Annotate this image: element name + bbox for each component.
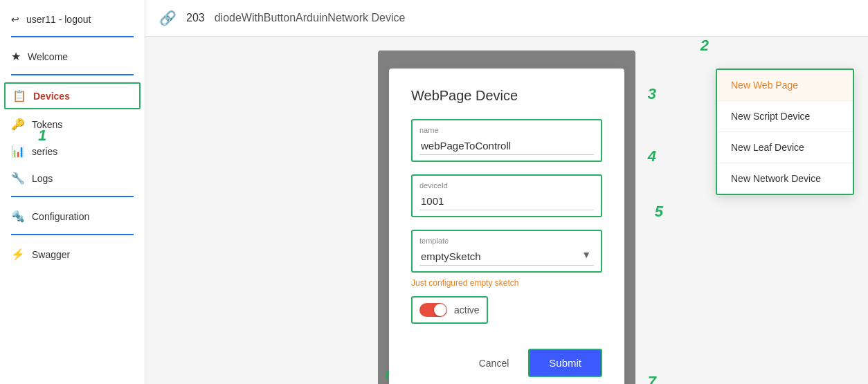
template-label: template: [419, 237, 594, 245]
form-title: WebPage Device: [411, 88, 602, 104]
link-icon: 🔗: [159, 10, 177, 26]
sidebar-item-label: Tokens: [32, 119, 62, 130]
main-content: 🔗 203 diodeWithButtonArduinNetwork Devic…: [145, 0, 868, 384]
sidebar-divider-2: [11, 74, 134, 75]
device-id: 203: [186, 12, 205, 24]
dropdown-item-new-web-page[interactable]: New Web Page: [717, 70, 853, 101]
dropdown-item-new-script-device[interactable]: New Script Device: [717, 101, 853, 132]
sidebar-divider-3: [11, 196, 134, 197]
annotation-7: 7: [648, 373, 656, 384]
logs-icon: 🔧: [11, 172, 25, 185]
sidebar: ↩ user11 - logout ★ Welcome 📋 Devices 🔑 …: [0, 0, 145, 384]
active-toggle-row: active: [411, 296, 488, 324]
submit-button[interactable]: Submit: [528, 349, 602, 377]
sidebar-item-logs[interactable]: 🔧 Logs: [0, 165, 145, 192]
form-background: 3 4 5 6 7 WebPage Device name deviceId: [378, 51, 635, 384]
device-id-label: deviceId: [419, 181, 594, 190]
annotation-3: 3: [648, 85, 656, 103]
star-icon: ★: [11, 50, 21, 63]
sidebar-item-swagger[interactable]: ⚡ Swagger: [0, 241, 145, 268]
sidebar-item-tokens[interactable]: 🔑 Tokens: [0, 111, 145, 138]
sidebar-item-label: series: [32, 146, 57, 157]
sidebar-item-label: Welcome: [28, 51, 68, 62]
template-hint: Just configured empty sketch: [411, 278, 602, 288]
user-label: user11 - logout: [26, 14, 91, 25]
annotation-5: 5: [655, 203, 663, 221]
sidebar-item-label: Devices: [33, 91, 70, 102]
dropdown-item-new-network-device[interactable]: New Network Device: [717, 163, 853, 194]
form-buttons: Cancel Submit: [411, 349, 602, 377]
sidebar-item-series[interactable]: 📊 series: [0, 138, 145, 165]
logout-icon: ↩: [11, 14, 19, 25]
sidebar-divider-4: [11, 234, 134, 235]
key-icon: 🔑: [11, 118, 25, 131]
active-label: active: [454, 304, 480, 316]
device-id-field: deviceId: [411, 174, 602, 217]
dropdown-item-new-leaf-device[interactable]: New Leaf Device: [717, 132, 853, 163]
cancel-button[interactable]: Cancel: [471, 352, 518, 374]
annotation-4: 4: [648, 147, 656, 165]
toggle-knob: [434, 304, 446, 316]
dropdown-menu: New Web Page New Script Device New Leaf …: [716, 68, 854, 195]
device-id-input[interactable]: [419, 192, 594, 210]
sidebar-user[interactable]: ↩ user11 - logout: [0, 7, 145, 32]
template-select[interactable]: emptySketch: [419, 248, 594, 266]
form-card: WebPage Device name deviceId template: [389, 68, 624, 384]
device-title: diodeWithButtonArduinNetwork Device: [215, 12, 406, 24]
devices-icon: 📋: [12, 89, 26, 102]
template-field: template emptySketch ▼: [411, 230, 602, 273]
config-icon: 🔩: [11, 210, 25, 223]
name-field: name: [411, 119, 602, 162]
sidebar-item-welcome[interactable]: ★ Welcome: [0, 43, 145, 70]
annotation-2: 2: [700, 37, 709, 55]
name-input[interactable]: [419, 137, 594, 155]
sidebar-item-label: Configuration: [32, 211, 89, 222]
sidebar-item-configuration[interactable]: 🔩 Configuration: [0, 203, 145, 230]
chart-icon: 📊: [11, 145, 25, 158]
swagger-icon: ⚡: [11, 248, 25, 261]
name-label: name: [419, 126, 594, 134]
sidebar-item-devices[interactable]: 📋 Devices: [4, 82, 141, 109]
sidebar-divider-1: [11, 36, 134, 37]
sidebar-item-label: Logs: [32, 173, 53, 184]
sidebar-item-label: Swagger: [32, 249, 70, 260]
header-bar: 🔗 203 diodeWithButtonArduinNetwork Devic…: [145, 0, 868, 37]
content-area: 2 1 3 4 5 6 7 WebPage Device name: [145, 37, 868, 384]
active-toggle[interactable]: [419, 303, 447, 317]
